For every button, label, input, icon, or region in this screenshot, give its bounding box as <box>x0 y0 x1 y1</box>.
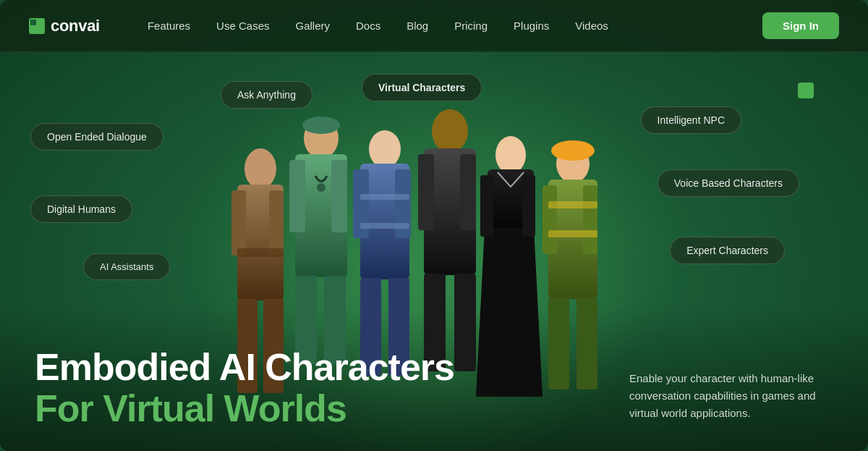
svg-rect-11 <box>289 160 305 232</box>
pill-virtual-characters: Virtual Characters <box>362 74 482 101</box>
svg-rect-38 <box>583 185 597 254</box>
nav-videos[interactable]: Videos <box>562 14 621 38</box>
svg-rect-7 <box>237 248 284 257</box>
pill-expert-characters: Expert Characters <box>670 237 785 264</box>
nav-use-cases[interactable]: Use Cases <box>203 14 282 38</box>
pill-ai-assistants: AI Assistants <box>83 253 170 280</box>
page-wrapper: convai Features Use Cases Gallery Docs B… <box>0 0 868 451</box>
nav-links: Features Use Cases Gallery Docs Blog Pri… <box>135 14 762 38</box>
svg-rect-27 <box>460 154 476 230</box>
svg-rect-42 <box>548 230 597 237</box>
nav-plugins[interactable]: Plugins <box>501 14 562 38</box>
svg-point-1 <box>244 148 276 189</box>
hero-title-line2: For Virtual Worlds <box>35 388 454 429</box>
nav-docs[interactable]: Docs <box>343 14 393 38</box>
nav-features[interactable]: Features <box>135 14 203 38</box>
svg-point-30 <box>495 136 526 174</box>
hero-description: Enable your character with human-like co… <box>629 370 825 422</box>
svg-rect-41 <box>548 201 597 208</box>
logo[interactable]: convai <box>29 17 100 35</box>
pill-digital-humans: Digital Humans <box>30 195 132 223</box>
pill-ask-anything: Ask Anything <box>221 81 312 109</box>
nav-gallery[interactable]: Gallery <box>282 14 343 38</box>
svg-rect-26 <box>418 154 434 230</box>
hero-text: Embodied AI Characters For Virtual World… <box>35 347 454 429</box>
svg-rect-4 <box>269 190 284 256</box>
svg-rect-39 <box>548 298 569 389</box>
convai-logo-icon <box>29 18 45 34</box>
pill-voice-based-characters: Voice Based Characters <box>658 169 799 197</box>
svg-point-16 <box>369 130 401 168</box>
pill-open-ended-dialogue: Open Ended Dialogue <box>30 123 163 151</box>
hero-section: Virtual Characters Ask Anything Intellig… <box>0 52 868 451</box>
sign-in-button[interactable]: Sign In <box>762 12 839 39</box>
svg-rect-3 <box>231 190 246 256</box>
svg-point-9 <box>302 117 340 134</box>
svg-rect-29 <box>454 274 476 371</box>
svg-rect-37 <box>542 185 557 254</box>
svg-rect-23 <box>360 223 409 229</box>
brand-name: convai <box>51 17 100 35</box>
nav-pricing[interactable]: Pricing <box>441 14 501 38</box>
svg-point-35 <box>551 140 595 161</box>
svg-point-24 <box>432 109 468 153</box>
svg-rect-32 <box>480 175 493 237</box>
nav-blog[interactable]: Blog <box>393 14 441 38</box>
svg-rect-40 <box>576 298 597 389</box>
svg-rect-12 <box>331 160 347 232</box>
svg-rect-22 <box>360 194 409 200</box>
hero-title-line1: Embodied AI Characters <box>35 347 454 388</box>
navbar: convai Features Use Cases Gallery Docs B… <box>0 0 868 52</box>
svg-point-15 <box>317 183 326 192</box>
pill-intelligent-npc: Intelligent NPC <box>641 106 741 134</box>
accent-square <box>798 83 814 98</box>
svg-rect-33 <box>522 175 535 237</box>
